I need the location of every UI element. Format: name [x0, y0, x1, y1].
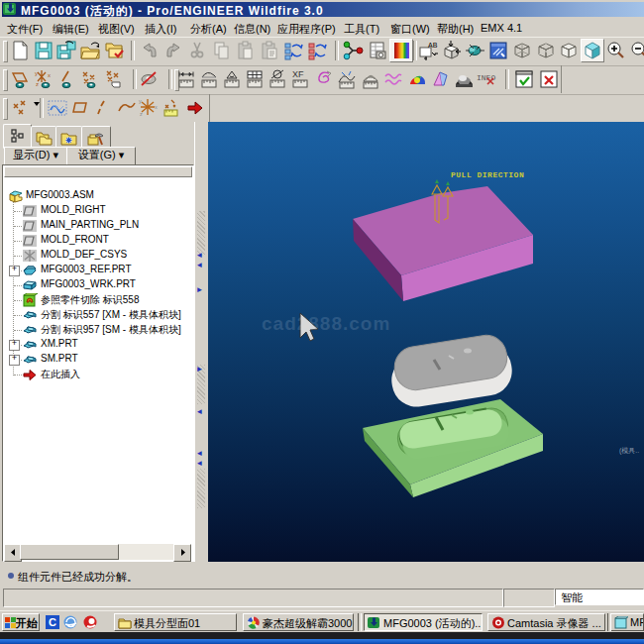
svg-text:XF: XF — [292, 69, 304, 79]
svg-text:C: C — [49, 616, 56, 628]
svg-text:y: y — [35, 70, 38, 76]
svg-text:y: y — [139, 98, 142, 104]
svg-text:x: x — [48, 72, 51, 78]
svg-text:开始: 开始 — [15, 617, 38, 629]
svg-text:z: z — [140, 111, 143, 117]
svg-text:AB: AB — [428, 42, 438, 49]
svg-text:x: x — [155, 104, 158, 110]
svg-text:z: z — [36, 81, 39, 87]
